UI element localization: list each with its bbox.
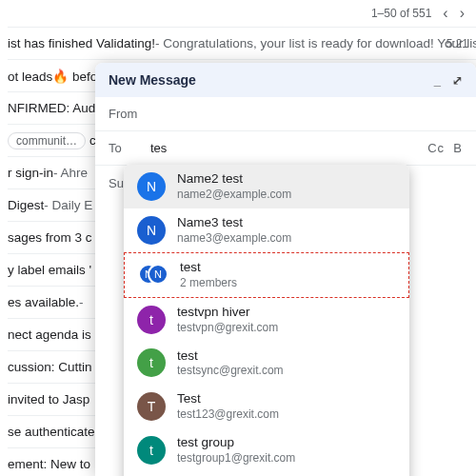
suggestion-name: testvpn hiver [177,305,278,321]
suggestion-item[interactable]: ttestvpn hivertestvpn@hiverhq.com [124,472,409,476]
mail-subject: nect agenda is [8,327,91,342]
avatar-icon: t [137,306,166,334]
suggestion-name: Test [177,391,279,407]
mail-subject: cussion: Cuttin [8,360,92,374]
avatar-icon: t [137,348,166,377]
suggestion-name: test [180,260,237,276]
to-label: To [109,141,141,155]
mail-subject: ist has finished Validating! [8,36,155,50]
expand-icon[interactable]: ⤢ [452,73,463,88]
suggestion-text: Name2 testname2@example.com [177,171,291,202]
mail-preview: - Ahre [53,166,88,180]
from-label: From [109,107,141,121]
suggestion-item[interactable]: ttest grouptestgroup1@grexit.com [124,428,409,472]
suggestion-text: Name3 testname3@example.com [177,215,291,246]
suggestion-name: Name3 test [177,215,291,231]
avatar-icon: N [137,216,166,245]
suggestion-subtext: testgroup1@grexit.com [177,451,295,466]
avatar-icon: t [137,436,166,465]
mail-subject: Digest [8,198,44,212]
suggestion-text: test grouptestgroup1@grexit.com [177,435,295,466]
mail-time: 5:21 [446,37,468,50]
avatar-icon: N [137,172,166,201]
suggestion-name: test group [177,435,295,451]
mail-row[interactable]: ist has finished Validating! - Congratul… [8,27,476,59]
suggestion-text: Testtest123@grexit.com [177,391,279,422]
mail-subject: invited to Jasp [8,392,89,407]
to-input[interactable]: tes [150,141,418,155]
suggestion-subtext: testsync@grexit.com [177,364,284,378]
suggestion-subtext: test123@grexit.com [177,407,279,422]
suggestion-name: Name2 test [177,171,291,188]
suggestion-item[interactable]: NNtest2 members [124,252,409,298]
mail-subject: r sign-in [8,166,53,180]
from-row[interactable]: From [95,97,476,131]
paginator: 1–50 of 551 ‹ › [8,0,476,27]
suggestion-item[interactable]: ttestvpn hivertestvpn@grexit.com [124,298,409,342]
suggestion-text: testtestsync@grexit.com [177,348,284,379]
suggestion-subtext: name2@example.com [177,188,291,202]
mail-subject: NFIRMED: Audi [8,101,98,115]
chevron-left-icon[interactable]: ‹ [443,5,447,22]
suggestion-text: test2 members [180,260,237,290]
minimize-icon[interactable]: _ [434,73,441,88]
mail-subject: sages from 3 c [8,230,92,245]
to-row[interactable]: To tes Cc B [95,131,476,166]
mail-subject: se authenticate [8,425,95,439]
chevron-right-icon[interactable]: › [460,5,465,22]
group-avatar-icon: NN [138,261,169,289]
avatar-icon: T [137,392,166,421]
compose-header[interactable]: New Message _ ⤢ [95,63,476,97]
suggestion-item[interactable]: NName3 testname3@example.com [124,208,409,252]
suggestion-subtext: 2 members [180,276,237,290]
suggestion-subtext: name3@example.com [177,231,291,246]
suggestion-text: testvpn hivertestvpn@grexit.com [177,305,278,335]
mail-subject: es available. [8,295,79,309]
suggestion-item[interactable]: NName2 testname2@example.com [124,165,409,208]
suggestion-name: test [177,348,284,365]
label-pill[interactable]: communit… [8,132,86,149]
suggestion-item[interactable]: ttesttestsync@grexit.com [124,342,409,386]
contact-suggestions: NName2 testname2@example.comNName3 testn… [124,165,409,476]
mail-subject: ement: New to [8,457,90,471]
suggestion-subtext: testvpn@grexit.com [177,321,278,335]
cc-toggle[interactable]: Cc B [427,141,463,155]
suggestion-item[interactable]: TTesttest123@grexit.com [124,385,409,428]
mail-subject: y label emails ' [8,263,91,277]
mail-preview: - [79,295,84,309]
page-range: 1–50 of 551 [371,7,431,20]
mail-preview: - Congratulations, your list is ready fo… [155,36,476,50]
mail-preview: - Daily E [44,198,92,212]
compose-title: New Message [109,72,196,88]
